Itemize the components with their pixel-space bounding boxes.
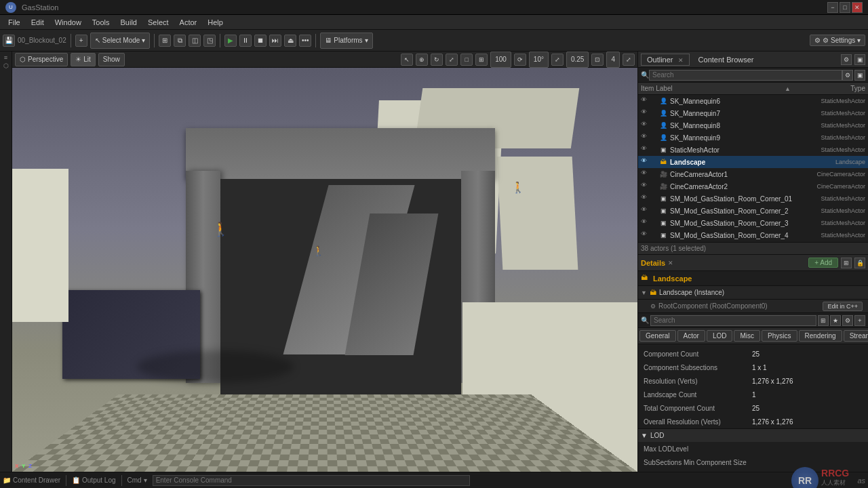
root-component-label: RootComponent (RootComponent0) bbox=[658, 302, 768, 310]
console-command-input[interactable] bbox=[153, 475, 470, 486]
pause-button[interactable]: ⏸ bbox=[239, 35, 252, 47]
more-button[interactable]: ••• bbox=[299, 35, 311, 47]
menu-help[interactable]: Help bbox=[202, 17, 229, 28]
toolbar-snap-icon[interactable]: ⧉ bbox=[174, 35, 186, 47]
cmd-label: Cmd bbox=[127, 476, 142, 484]
toolbar-add-icon[interactable]: + bbox=[75, 35, 87, 47]
toolbar-grid-icon[interactable]: ⊞ bbox=[159, 35, 171, 47]
skip-button[interactable]: ⏭ bbox=[269, 35, 281, 47]
outliner-search-input[interactable] bbox=[649, 70, 842, 81]
output-log-button[interactable]: 📋 Output Log bbox=[72, 476, 115, 484]
outliner-search-btn-1[interactable]: ⚙ bbox=[842, 70, 853, 81]
root-icon: ⚙ bbox=[650, 303, 656, 310]
figure-1: 🚶 bbox=[212, 221, 229, 237]
outliner-settings-icon[interactable]: ⚙ bbox=[841, 54, 852, 65]
details-list-icon[interactable]: ⊞ bbox=[841, 258, 852, 268]
viewport[interactable]: ⬡ Perspective ☀ Lit Show ↖ ⊕ ↻ ⤢ □ ⊞ 100… bbox=[12, 52, 637, 472]
content-drawer-button[interactable]: 📁 Content Drawer bbox=[3, 476, 60, 484]
vp-layers-button[interactable]: 4 bbox=[606, 52, 620, 68]
toolbar-camera-icon[interactable]: ◳ bbox=[203, 35, 216, 47]
details-add-button[interactable]: + Add bbox=[808, 258, 838, 268]
vp-layers-icon[interactable]: ⊡ bbox=[591, 54, 604, 66]
toolbar-view-icon[interactable]: ◫ bbox=[189, 35, 201, 47]
outliner-close-icon[interactable]: ✕ bbox=[678, 57, 684, 64]
vp-select-icon[interactable]: ↖ bbox=[401, 54, 413, 66]
vp-scale-icon[interactable]: ⤢ bbox=[446, 54, 458, 66]
cmd-button[interactable]: Cmd ▾ bbox=[127, 476, 147, 484]
toolbar-save-icon[interactable]: 💾 bbox=[3, 35, 15, 47]
prop-value-component-count: 25 bbox=[752, 350, 863, 358]
vp-rotate-icon[interactable]: ↻ bbox=[431, 54, 443, 66]
view-show-button[interactable]: Show bbox=[98, 53, 125, 66]
settings-button[interactable]: ⚙ ⚙ Settings ▾ bbox=[810, 35, 865, 46]
ol-corner-3[interactable]: 👁 ▣ SM_Mod_GasStation_Room_Corner_3 Stat… bbox=[638, 217, 868, 229]
vp-scale2-icon[interactable]: ⤢ bbox=[551, 54, 564, 66]
lod-section-header[interactable]: ▼ LOD bbox=[638, 428, 868, 442]
details-search-input[interactable] bbox=[650, 315, 816, 326]
details-tab-streaming[interactable]: Streaming bbox=[844, 330, 868, 342]
vp-fps-button[interactable]: 100 bbox=[490, 52, 511, 68]
menu-edit[interactable]: Edit bbox=[26, 17, 50, 28]
ol-cinecamera1[interactable]: 👁 🎥 CineCameraActor1 CineCameraActor bbox=[638, 168, 868, 180]
ol-corner-01[interactable]: 👁 ▣ SM_Mod_GasStation_Room_Corner_01 Sta… bbox=[638, 192, 868, 205]
sidebar-icon-2[interactable]: ⬡ bbox=[3, 62, 9, 69]
details-tab-general[interactable]: General bbox=[639, 330, 676, 342]
outliner-tab[interactable]: Outliner ✕ bbox=[641, 54, 690, 66]
platforms-button[interactable]: 🖥 Platforms ▾ bbox=[320, 33, 372, 49]
details-tab-misc[interactable]: Misc bbox=[734, 330, 760, 342]
ol-landscape[interactable]: 👁 🏔 Landscape Landscape bbox=[638, 156, 868, 168]
ol-sk-mannequin9[interactable]: 👁 👤 SK_Mannequin9 StaticMeshActor bbox=[638, 131, 868, 144]
details-search-btn-4[interactable]: + bbox=[854, 315, 865, 326]
menu-build[interactable]: Build bbox=[115, 17, 142, 28]
details-tabs: General Actor LOD Misc Physics Rendering… bbox=[638, 328, 868, 344]
item-type-corner3: StaticMeshActor bbox=[797, 220, 865, 226]
details-tab-lod[interactable]: LOD bbox=[707, 330, 733, 342]
content-browser-tab[interactable]: Content Browser bbox=[692, 54, 760, 66]
watermark-text-group: RRCG 人人素材 Source Code- bbox=[821, 468, 854, 489]
ol-corner-4[interactable]: 👁 ▣ SM_Mod_GasStation_Room_Corner_4 Stat… bbox=[638, 229, 868, 241]
ol-corner-2[interactable]: 👁 ▣ SM_Mod_GasStation_Room_Corner_2 Stat… bbox=[638, 205, 868, 217]
sidebar-icon-1[interactable]: ≡ bbox=[4, 54, 7, 61]
prop-value-total-component-count: 25 bbox=[752, 405, 863, 412]
ol-staticmeshactor[interactable]: 👁 ▣ StaticMeshActor StaticMeshActor bbox=[638, 144, 868, 156]
play-button[interactable]: ▶ bbox=[224, 35, 237, 47]
menu-select[interactable]: Select bbox=[142, 17, 174, 28]
maximize-button[interactable]: □ bbox=[840, 2, 850, 13]
landscape-icon: 🏔 bbox=[658, 157, 668, 167]
stop-button[interactable]: ⏹ bbox=[254, 35, 267, 47]
toolbar-separator-3 bbox=[220, 34, 220, 47]
outliner-filter-icon[interactable]: ▣ bbox=[854, 54, 865, 65]
view-mode-perspective[interactable]: ⬡ Perspective bbox=[15, 53, 68, 66]
item-name-mannequin8: SK_Mannequin8 bbox=[670, 122, 797, 129]
details-search-btn-2[interactable]: ★ bbox=[830, 315, 841, 326]
details-lock-icon[interactable]: 🔒 bbox=[854, 258, 865, 268]
minimize-button[interactable]: − bbox=[827, 2, 838, 13]
details-tab-physics[interactable]: Physics bbox=[762, 330, 797, 342]
close-button[interactable]: ✕ bbox=[852, 2, 863, 13]
details-search-btn-3[interactable]: ⚙ bbox=[842, 315, 853, 326]
vp-scale-button[interactable]: 0.25 bbox=[566, 52, 589, 68]
eject-button[interactable]: ⏏ bbox=[284, 35, 296, 47]
vp-translate-icon[interactable]: ⊕ bbox=[416, 54, 428, 66]
outliner-search-btn-2[interactable]: ▣ bbox=[854, 70, 865, 81]
menu-actor[interactable]: Actor bbox=[174, 17, 203, 28]
ol-sk-mannequin6[interactable]: 👁 👤 SK_Mannequin6 StaticMeshActor bbox=[638, 95, 868, 107]
select-mode-button[interactable]: ↖ Select Mode ▾ bbox=[90, 33, 151, 49]
vp-angle-icon[interactable]: ⟳ bbox=[514, 54, 526, 66]
menu-tools[interactable]: Tools bbox=[87, 17, 115, 28]
details-tab-actor[interactable]: Actor bbox=[677, 330, 705, 342]
details-close-icon[interactable]: ✕ bbox=[668, 260, 673, 266]
view-lit-button[interactable]: ☀ Lit bbox=[71, 53, 96, 66]
ol-sk-mannequin7[interactable]: 👁 👤 SK_Mannequin7 StaticMeshActor bbox=[638, 107, 868, 119]
details-search-btn-1[interactable]: ⊞ bbox=[818, 315, 829, 326]
edit-cpp-button[interactable]: Edit in C++ bbox=[823, 302, 863, 311]
menu-window[interactable]: Window bbox=[50, 17, 87, 28]
details-tab-rendering[interactable]: Rendering bbox=[799, 330, 842, 342]
vp-maximize-icon[interactable]: ⤢ bbox=[623, 54, 635, 66]
ol-sk-mannequin8[interactable]: 👁 👤 SK_Mannequin8 StaticMeshActor bbox=[638, 119, 868, 131]
vp-grid-icon[interactable]: ⊞ bbox=[475, 54, 488, 66]
ol-cinecamera2[interactable]: 👁 🎥 CineCameraActor2 CineCameraActor bbox=[638, 180, 868, 192]
vp-angle-button[interactable]: 10° bbox=[529, 52, 549, 68]
menu-file[interactable]: File bbox=[3, 17, 26, 28]
vp-mode-icon[interactable]: □ bbox=[460, 54, 473, 66]
